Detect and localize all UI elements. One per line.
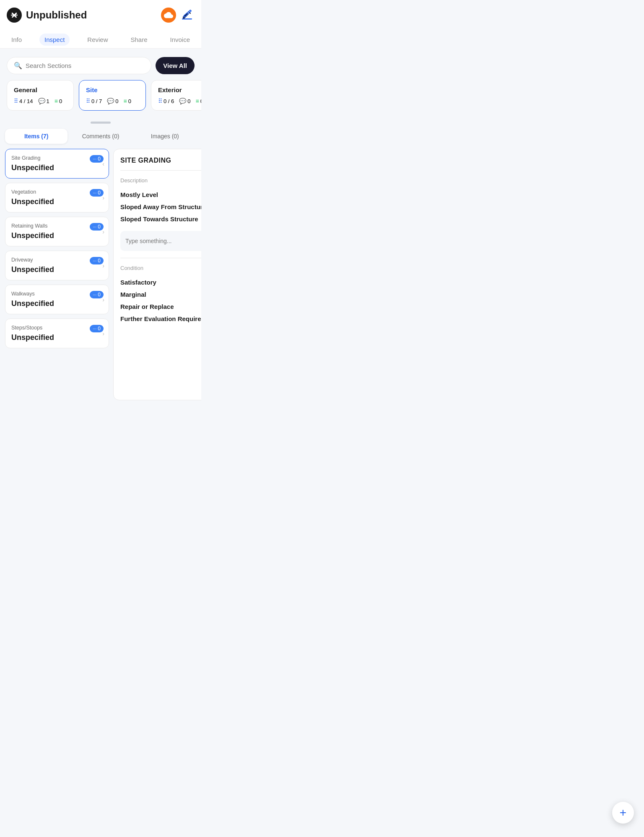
cloud-icon[interactable] — [161, 8, 176, 23]
stat-items-value-exterior: 0 / 6 — [164, 98, 174, 104]
category-card-exterior[interactable]: Exterior ⠿ 0 / 6 💬 0 ≡ 0 — [151, 80, 201, 111]
badge-dots: ··· — [93, 156, 96, 161]
badge-dots-steps-stoops: ··· — [93, 326, 96, 331]
header-icons — [161, 8, 193, 23]
badge-count-site-grading: 0 — [98, 156, 101, 162]
category-card-site[interactable]: Site ⠿ 0 / 7 💬 0 ≡ 0 — [79, 80, 146, 111]
badge-dots-driveway: ··· — [93, 258, 96, 263]
chevron-right-icon-driveway: › — [102, 262, 104, 269]
item-value-steps-stoops: Unspecified — [11, 333, 104, 342]
stat-items-exterior: ⠿ 0 / 6 — [158, 98, 174, 104]
category-name-site: Site — [86, 86, 139, 93]
condition-option-0[interactable]: Satisfactory — [120, 276, 201, 288]
chevron-right-icon-vegetation: › — [102, 194, 104, 201]
stat-lines-value-exterior: 0 — [200, 98, 201, 104]
chevron-right-icon-walkways: › — [102, 296, 104, 303]
stat-items-value-general: 4 / 14 — [19, 98, 33, 104]
badge-count-steps-stoops: 0 — [98, 326, 101, 332]
stat-comments-exterior: 💬 0 — [179, 98, 190, 104]
item-badge-retaining-walls: ··· 0 — [90, 223, 104, 231]
item-header-site-grading: Site Grading ··· 0 — [11, 155, 104, 163]
stat-lines-general: ≡ 0 — [55, 98, 62, 104]
comment-icon: 💬 — [38, 98, 45, 104]
stat-lines-exterior: ≡ 0 — [196, 98, 201, 104]
item-value-driveway: Unspecified — [11, 265, 104, 274]
stat-comments-value-general: 1 — [47, 98, 49, 104]
header-left: Unpublished — [7, 8, 87, 23]
stat-lines-value-general: 0 — [59, 98, 62, 104]
stat-comments-general: 💬 1 — [38, 98, 49, 104]
item-badge-row-steps-stoops: ··· 0 — [90, 325, 104, 332]
view-all-button[interactable]: View All — [156, 57, 195, 74]
item-header-walkways: Walkways ··· 0 — [11, 291, 104, 298]
category-stats-general: ⠿ 4 / 14 💬 1 ≡ 0 — [14, 98, 67, 104]
item-card-site-grading[interactable]: Site Grading ··· 0 Unspecified ‹ — [5, 149, 109, 179]
tab-info[interactable]: Info — [6, 34, 27, 46]
tab-invoice[interactable]: Invoice — [165, 34, 195, 46]
subtab-images[interactable]: Images (0) — [134, 129, 196, 144]
item-header-retaining-walls: Retaining Walls ··· 0 — [11, 223, 104, 231]
item-card-retaining-walls[interactable]: Retaining Walls ··· 0 Unspecified › — [5, 217, 109, 246]
item-badge-row-vegetation: ··· 0 — [90, 189, 104, 197]
item-card-vegetation[interactable]: Vegetation ··· 0 Unspecified › — [5, 183, 109, 212]
item-badge-site-grading: ··· 0 — [90, 155, 104, 163]
item-badge-steps-stoops: ··· 0 — [90, 325, 104, 332]
comment-icon-exterior: 💬 — [179, 98, 186, 104]
item-card-steps-stoops[interactable]: Steps/Stoops ··· 0 Unspecified › — [5, 319, 109, 348]
condition-option-3[interactable]: Further Evaluation Required — [120, 313, 201, 325]
search-input[interactable] — [26, 62, 144, 69]
description-option-1[interactable]: Sloped Away From Structure — [120, 201, 201, 213]
item-card-walkways[interactable]: Walkways ··· 0 Unspecified › — [5, 285, 109, 314]
item-badge-walkways: ··· 0 — [90, 291, 104, 298]
lines-icon-exterior: ≡ — [196, 98, 199, 104]
tab-inspect[interactable]: Inspect — [39, 34, 70, 46]
stat-items-value-site: 0 / 7 — [91, 98, 102, 104]
description-label: Description — [120, 177, 201, 184]
subtab-items[interactable]: Items (7) — [5, 129, 68, 144]
category-name-general: General — [14, 86, 67, 93]
search-container: 🔍 View All — [0, 49, 201, 80]
badge-count-walkways: 0 — [98, 292, 101, 298]
category-scroll: General ⠿ 4 / 14 💬 1 ≡ 0 Site ⠿ 0 / 7 — [0, 80, 201, 117]
edit-icon[interactable] — [181, 9, 193, 21]
item-header-vegetation: Vegetation ··· 0 — [11, 189, 104, 197]
dots-icon: ⠿ — [14, 98, 18, 104]
stat-lines-value-site: 0 — [128, 98, 131, 104]
item-name-retaining-walls: Retaining Walls — [11, 223, 47, 229]
item-card-driveway[interactable]: Driveway ··· 0 Unspecified › — [5, 251, 109, 280]
tab-share[interactable]: Share — [125, 34, 152, 46]
badge-count-vegetation: 0 — [98, 190, 101, 196]
badge-count-retaining-walls: 0 — [98, 224, 101, 230]
nav-tabs: Info Inspect Review Share Invoice — [0, 29, 201, 49]
item-value-vegetation: Unspecified — [11, 197, 104, 206]
subtab-comments[interactable]: Comments (0) — [69, 129, 132, 144]
item-name-site-grading: Site Grading — [11, 155, 40, 161]
type-something-input[interactable] — [125, 238, 199, 244]
item-value-retaining-walls: Unspecified — [11, 231, 104, 240]
description-option-0[interactable]: Mostly Level — [120, 189, 201, 201]
badge-dots-retaining-walls: ··· — [93, 224, 96, 229]
cloud-svg — [164, 10, 173, 20]
main-content: Site Grading ··· 0 Unspecified ‹ Vegetat… — [0, 144, 201, 434]
stat-items-general: ⠿ 4 / 14 — [14, 98, 33, 104]
item-badge-row-driveway: ··· 0 — [90, 257, 104, 264]
header: Unpublished — [0, 0, 201, 29]
close-button[interactable] — [7, 8, 22, 23]
condition-options: Satisfactory Marginal Repair or Replace … — [120, 276, 201, 325]
badge-count-driveway: 0 — [98, 258, 101, 264]
tab-review[interactable]: Review — [82, 34, 113, 46]
item-badge-vegetation: ··· 0 — [90, 189, 104, 197]
detail-divider-mid — [120, 258, 201, 258]
condition-option-1[interactable]: Marginal — [120, 288, 201, 301]
detail-panel-title: SITE GRADING — [120, 157, 201, 164]
comment-icon-site: 💬 — [107, 98, 114, 104]
page-title: Unpublished — [26, 9, 87, 21]
detail-divider-top — [120, 170, 201, 171]
detail-panel: SITE GRADING Description Mostly Level Sl… — [113, 149, 201, 400]
drag-handle — [91, 122, 111, 124]
description-option-2[interactable]: Sloped Towards Structure — [120, 213, 201, 225]
item-name-steps-stoops: Steps/Stoops — [11, 325, 42, 331]
chevron-left-icon: ‹ — [102, 161, 104, 167]
condition-option-2[interactable]: Repair or Replace — [120, 301, 201, 313]
category-card-general[interactable]: General ⠿ 4 / 14 💬 1 ≡ 0 — [7, 80, 74, 111]
